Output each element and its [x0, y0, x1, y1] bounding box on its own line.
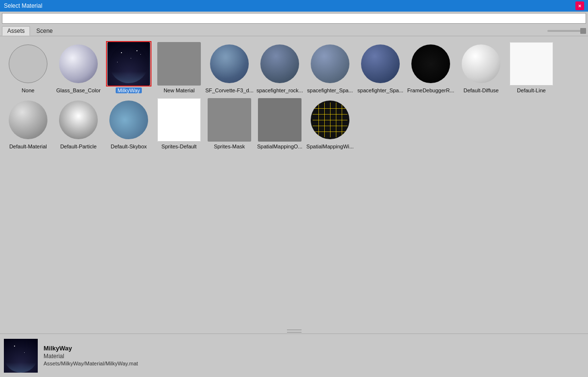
thumb-wrapper: [307, 97, 353, 143]
thumb-wrapper: [106, 97, 151, 143]
info-path: Assets/MilkyWay/Material/MilkyWay.mat: [44, 361, 138, 366]
thumb-wrapper: [458, 41, 504, 87]
material-label: Default-Skybox: [111, 144, 147, 149]
size-slider[interactable]: [547, 30, 586, 32]
material-label: New Material: [164, 87, 195, 93]
material-item[interactable]: SpatialMappingO...: [256, 96, 304, 150]
bottom-thumbnail: [4, 339, 38, 373]
search-bar: [2, 13, 586, 24]
thumb-wrapper: [56, 41, 101, 87]
info-name: MilkyWay: [44, 345, 138, 352]
material-sphere: [9, 101, 47, 139]
material-item[interactable]: None: [4, 40, 52, 94]
material-thumb: [208, 42, 251, 86]
material-thumb: [308, 42, 352, 86]
close-button[interactable]: ×: [575, 1, 584, 10]
title-bar: Select Material ×: [0, 0, 588, 12]
material-label: Glass_Base_Color: [56, 87, 101, 93]
material-thumb: [308, 98, 352, 142]
material-thumb: [409, 42, 452, 86]
thumb-wrapper: [207, 97, 252, 143]
thumb-wrapper: [257, 41, 302, 87]
material-item[interactable]: Default-Particle: [54, 96, 103, 150]
window-title: Select Material: [4, 2, 42, 9]
material-thumb: [459, 42, 503, 86]
thumb-wrapper: [408, 41, 453, 87]
material-label: spacefighter_rock...: [256, 87, 303, 93]
material-sphere: [59, 101, 98, 139]
material-label: MilkyWay: [116, 87, 142, 93]
material-thumb: [208, 98, 251, 142]
material-thumb: [157, 98, 201, 142]
material-item-milkyway[interactable]: MilkyWay: [105, 40, 153, 94]
milkyway-horizon: [109, 72, 148, 83]
material-item[interactable]: Default-Skybox: [105, 96, 153, 150]
material-item[interactable]: spacefighter_Spa...: [306, 40, 354, 94]
thumb-wrapper: [106, 41, 151, 87]
thumb-wrapper: [257, 97, 302, 143]
material-thumb: [510, 42, 553, 86]
material-label: SpatialMappingO...: [257, 144, 302, 149]
thumb-wrapper: [56, 97, 101, 143]
material-label: Default-Diffuse: [464, 87, 499, 93]
material-item[interactable]: Default-Line: [507, 40, 556, 94]
grid-line: [324, 102, 325, 137]
slider-track: [547, 30, 586, 32]
material-item[interactable]: FrameDebuggerR...: [407, 40, 455, 94]
grid-line: [318, 102, 319, 137]
material-sphere: [59, 44, 98, 83]
material-label: None: [22, 87, 34, 93]
corvette-detail: [210, 44, 249, 83]
tab-scene[interactable]: Scene: [31, 26, 58, 36]
material-thumb: [6, 42, 50, 86]
material-thumb: [6, 98, 50, 142]
search-input[interactable]: [4, 15, 584, 22]
thumb-wrapper: [5, 97, 51, 143]
milkyway-horizon: [4, 362, 38, 373]
resize-line: [287, 332, 302, 333]
thumb-wrapper: [307, 41, 353, 87]
material-preview: [208, 98, 251, 142]
material-thumb: [157, 42, 201, 86]
material-item[interactable]: Glass_Base_Color: [54, 40, 103, 94]
material-sphere: [311, 44, 349, 83]
milkyway-decoration: [109, 44, 148, 83]
material-item[interactable]: spacefighter_Spa...: [356, 40, 405, 94]
material-item[interactable]: SpatialMappingWi...: [306, 96, 354, 150]
material-sphere: [462, 44, 500, 83]
grid-overlay: [311, 101, 349, 139]
slider-thumb[interactable]: [580, 28, 586, 34]
material-thumb: [359, 42, 402, 86]
thumb-wrapper: [509, 41, 554, 87]
material-item[interactable]: SF_Corvette-F3_d...: [205, 40, 254, 94]
material-label: spacefighter_Spa...: [358, 87, 404, 93]
material-thumb: [107, 42, 150, 86]
thumb-wrapper: [207, 41, 252, 87]
material-item[interactable]: Sprites-Default: [155, 96, 203, 150]
bottom-panel: MilkyWay Material Assets/MilkyWay/Materi…: [0, 334, 588, 377]
tabs-bar: Assets Scene: [0, 25, 588, 36]
material-item[interactable]: Default-Diffuse: [457, 40, 505, 94]
thumb-wrapper: [156, 41, 202, 87]
material-label: Sprites-Default: [162, 144, 197, 149]
tab-assets[interactable]: Assets: [2, 26, 30, 36]
material-thumb: [57, 98, 100, 142]
material-item[interactable]: New Material: [155, 40, 203, 94]
material-label: SF_Corvette-F3_d...: [205, 87, 254, 93]
material-label: spacefighter_Spa...: [307, 87, 353, 93]
material-preview: [510, 42, 553, 86]
material-label: Default-Material: [9, 144, 47, 149]
material-preview: [157, 42, 201, 86]
material-sphere: [361, 44, 400, 83]
grid-line: [342, 102, 342, 137]
material-item[interactable]: Default-Material: [4, 96, 52, 150]
material-label: Default-Line: [517, 87, 545, 93]
material-item[interactable]: spacefighter_rock...: [256, 40, 304, 94]
resize-handle[interactable]: [287, 330, 302, 333]
material-label: Sprites-Mask: [214, 144, 245, 149]
material-thumb: [107, 98, 151, 142]
bottom-thumb-decoration: [4, 339, 38, 373]
grid-line: [330, 102, 331, 137]
material-thumb: [258, 98, 302, 142]
material-item[interactable]: Sprites-Mask: [205, 96, 254, 150]
